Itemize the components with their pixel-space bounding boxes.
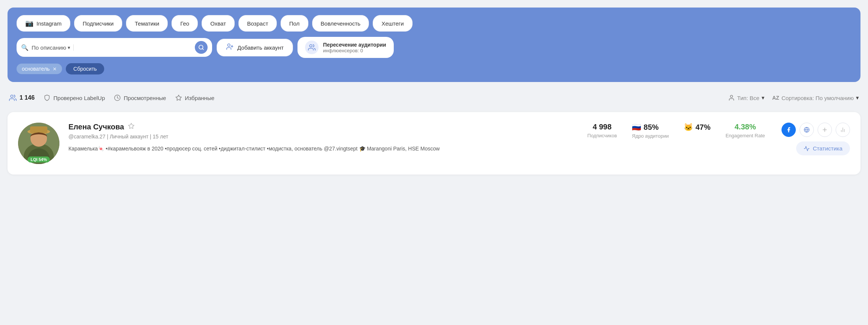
filter-gender[interactable]: Пол <box>281 15 308 32</box>
avatar-wrap: LQI 54% <box>18 123 59 164</box>
search-dropdown[interactable]: По описанию ▾ <box>32 44 74 51</box>
active-filter-tag: основатель ✕ <box>17 64 62 74</box>
audience-intersection-text: Пересечение аудитории инфлюенсеров: 0 <box>323 42 386 53</box>
chevron-down-icon: ▾ <box>68 45 70 50</box>
people-icon <box>9 94 17 102</box>
filter-topics[interactable]: Тематики <box>126 15 168 32</box>
sort-chevron-icon: ▾ <box>856 94 859 101</box>
svg-marker-16 <box>128 123 134 129</box>
clock-icon <box>114 94 121 101</box>
add-button[interactable] <box>818 123 832 137</box>
filter-panel: 📷 Instagram Подписчики Тематики Гео Охва… <box>8 8 860 82</box>
verified-icon <box>44 94 50 101</box>
search-row: 🔍 По описанию ▾ <box>17 37 851 58</box>
filter-instagram[interactable]: 📷 Instagram <box>17 15 70 32</box>
svg-point-6 <box>11 95 13 98</box>
viewed-filter[interactable]: Просмотренные <box>114 94 166 101</box>
card-info: Елена Сучкова @caramelka.27 | Личный акк… <box>68 123 571 153</box>
add-account-button[interactable]: Добавить аккаунт <box>217 39 293 56</box>
type-chevron-icon: ▾ <box>762 94 765 101</box>
svg-rect-15 <box>30 126 47 133</box>
search-input[interactable] <box>77 44 192 51</box>
influencer-card: LQI 54% Елена Сучкова @caramelka.27 | Ли… <box>8 112 860 175</box>
instagram-icon: 📷 <box>25 19 33 27</box>
verified-filter[interactable]: Проверено LabelUp <box>44 94 105 101</box>
remove-filter-button[interactable]: ✕ <box>53 66 57 72</box>
svg-point-9 <box>730 95 733 97</box>
facebook-button[interactable] <box>782 123 796 137</box>
sort-selector[interactable]: AZ Сортировка: По умолчанию ▾ <box>772 94 859 101</box>
flag-icon: 🇷🇺 <box>632 123 641 132</box>
statistics-button[interactable]: Статистика <box>796 141 850 155</box>
card-description: Карамелька🍬 •#карамельвояж в 2020 •продю… <box>68 145 571 153</box>
search-icon: 🔍 <box>21 44 29 51</box>
filter-engagement[interactable]: Вовлеченность <box>312 15 369 32</box>
filter-subscribers[interactable]: Подписчики <box>74 15 123 32</box>
type-label: Тип: Все <box>737 95 759 101</box>
filter-geo[interactable]: Гео <box>171 15 198 32</box>
action-icons-row <box>782 123 850 137</box>
active-filters-row: основатель ✕ Сбросить <box>17 63 851 74</box>
search-submit-button[interactable] <box>195 41 208 54</box>
svg-marker-8 <box>176 95 181 100</box>
bookmark-button[interactable] <box>128 123 135 131</box>
core-audience-stat: 🇷🇺 85% Ядро аудитории <box>632 123 669 139</box>
type-selector[interactable]: Тип: Все ▾ <box>728 94 765 101</box>
reset-button[interactable]: Сбросить <box>66 63 104 74</box>
card-header: Елена Сучкова <box>68 123 571 131</box>
add-people-icon <box>226 43 234 52</box>
subscribers-stat: 4 998 Подписчиков <box>587 123 617 138</box>
audience-icon <box>305 41 319 54</box>
audience-type-stat: 🐱 47% – <box>684 123 710 139</box>
influencer-name: Елена Сучкова <box>68 123 124 131</box>
filter-age[interactable]: Возраст <box>238 15 277 32</box>
audience-intersection[interactable]: Пересечение аудитории инфлюенсеров: 0 <box>297 37 394 58</box>
engagement-stat: 4.38% Engagement Rate <box>725 123 765 138</box>
svg-point-2 <box>228 44 230 46</box>
chart-icon <box>840 127 846 133</box>
card-meta: @caramelka.27 | Личный аккаунт | 15 лет <box>68 134 571 140</box>
statistics-icon <box>804 146 810 152</box>
filter-hashtags[interactable]: Хештеги <box>373 15 412 32</box>
svg-point-5 <box>310 45 312 47</box>
facebook-icon <box>786 127 792 133</box>
search-box: 🔍 По описанию ▾ <box>17 38 212 57</box>
globe-button[interactable] <box>800 123 814 137</box>
lqi-badge: LQI 54% <box>27 156 50 162</box>
globe-icon <box>804 127 810 133</box>
filter-buttons-row: 📷 Instagram Подписчики Тематики Гео Охва… <box>17 15 851 32</box>
results-bar: 1 146 Проверено LabelUp Просмотренные Из… <box>8 90 860 106</box>
chart-button[interactable] <box>836 123 850 137</box>
card-stats: 4 998 Подписчиков 🇷🇺 85% Ядро аудитории … <box>587 123 765 139</box>
card-actions: Статистика <box>782 123 850 155</box>
sort-label: Сортировка: По умолчанию <box>782 95 854 101</box>
results-count: 1 146 <box>9 94 35 102</box>
person-icon <box>728 94 735 101</box>
svg-line-1 <box>202 49 203 50</box>
filter-reach[interactable]: Охват <box>202 15 235 32</box>
audience-emoji-icon: 🐱 <box>684 123 693 132</box>
bookmark-icon <box>175 94 182 101</box>
az-icon: AZ <box>772 95 779 101</box>
results-bar-right: Тип: Все ▾ AZ Сортировка: По умолчанию ▾ <box>728 94 859 101</box>
plus-icon <box>822 127 828 133</box>
favorites-filter[interactable]: Избранные <box>175 94 214 101</box>
